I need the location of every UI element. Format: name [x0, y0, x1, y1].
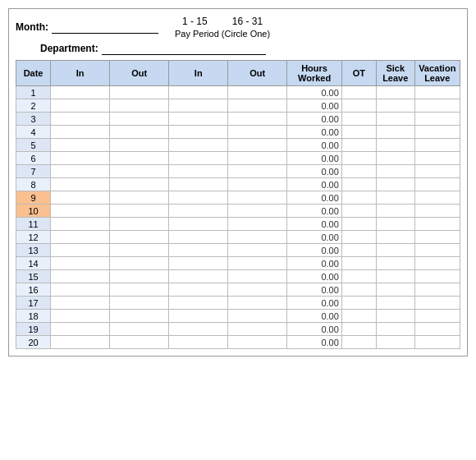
cell-vacation-leave[interactable]	[414, 113, 460, 126]
cell-ot[interactable]	[341, 113, 376, 126]
cell-vacation-leave[interactable]	[414, 218, 460, 231]
cell-in1[interactable]	[51, 218, 110, 231]
cell-vacation-leave[interactable]	[414, 165, 460, 178]
cell-vacation-leave[interactable]	[414, 191, 460, 205]
cell-vacation-leave[interactable]	[414, 231, 460, 244]
cell-in2[interactable]	[169, 297, 228, 310]
table-row[interactable]: 50.00	[16, 139, 460, 152]
cell-out1[interactable]	[110, 205, 169, 218]
cell-vacation-leave[interactable]	[414, 126, 460, 139]
cell-in1[interactable]	[51, 178, 110, 191]
cell-in2[interactable]	[169, 165, 228, 178]
cell-out2[interactable]	[228, 86, 287, 99]
cell-in2[interactable]	[169, 244, 228, 257]
cell-out2[interactable]	[228, 152, 287, 165]
cell-sick-leave[interactable]	[376, 139, 414, 152]
cell-out1[interactable]	[110, 297, 169, 310]
cell-sick-leave[interactable]	[376, 270, 414, 283]
cell-ot[interactable]	[341, 257, 376, 270]
table-row[interactable]: 190.00	[16, 323, 460, 336]
cell-in2[interactable]	[169, 152, 228, 165]
cell-vacation-leave[interactable]	[414, 297, 460, 310]
pay-period-option2[interactable]: 16 - 31	[232, 16, 263, 27]
cell-ot[interactable]	[341, 99, 376, 113]
cell-out2[interactable]	[228, 99, 287, 113]
cell-in2[interactable]	[169, 113, 228, 126]
cell-in2[interactable]	[169, 139, 228, 152]
cell-sick-leave[interactable]	[376, 99, 414, 113]
cell-in2[interactable]	[169, 323, 228, 336]
cell-sick-leave[interactable]	[376, 310, 414, 323]
cell-out1[interactable]	[110, 165, 169, 178]
cell-out2[interactable]	[228, 283, 287, 297]
table-row[interactable]: 60.00	[16, 152, 460, 165]
cell-vacation-leave[interactable]	[414, 99, 460, 113]
cell-out1[interactable]	[110, 99, 169, 113]
cell-out1[interactable]	[110, 139, 169, 152]
table-row[interactable]: 170.00	[16, 297, 460, 310]
cell-vacation-leave[interactable]	[414, 205, 460, 218]
cell-in2[interactable]	[169, 178, 228, 191]
dept-input[interactable]	[102, 42, 266, 55]
table-row[interactable]: 120.00	[16, 231, 460, 244]
cell-ot[interactable]	[341, 283, 376, 297]
table-row[interactable]: 100.00	[16, 205, 460, 218]
cell-vacation-leave[interactable]	[414, 283, 460, 297]
cell-in1[interactable]	[51, 152, 110, 165]
cell-out1[interactable]	[110, 152, 169, 165]
cell-ot[interactable]	[341, 310, 376, 323]
cell-vacation-leave[interactable]	[414, 139, 460, 152]
cell-in2[interactable]	[169, 336, 228, 349]
cell-out1[interactable]	[110, 231, 169, 244]
table-row[interactable]: 80.00	[16, 178, 460, 191]
table-row[interactable]: 70.00	[16, 165, 460, 178]
cell-out2[interactable]	[228, 257, 287, 270]
cell-ot[interactable]	[341, 270, 376, 283]
cell-vacation-leave[interactable]	[414, 178, 460, 191]
cell-ot[interactable]	[341, 191, 376, 205]
cell-sick-leave[interactable]	[376, 152, 414, 165]
cell-ot[interactable]	[341, 205, 376, 218]
cell-in2[interactable]	[169, 205, 228, 218]
cell-in1[interactable]	[51, 257, 110, 270]
table-row[interactable]: 10.00	[16, 86, 460, 99]
cell-out2[interactable]	[228, 113, 287, 126]
cell-ot[interactable]	[341, 244, 376, 257]
table-row[interactable]: 150.00	[16, 270, 460, 283]
cell-in2[interactable]	[169, 99, 228, 113]
cell-out2[interactable]	[228, 336, 287, 349]
cell-sick-leave[interactable]	[376, 244, 414, 257]
cell-out2[interactable]	[228, 205, 287, 218]
cell-vacation-leave[interactable]	[414, 310, 460, 323]
cell-in2[interactable]	[169, 231, 228, 244]
cell-in1[interactable]	[51, 310, 110, 323]
cell-ot[interactable]	[341, 152, 376, 165]
cell-out2[interactable]	[228, 270, 287, 283]
cell-ot[interactable]	[341, 165, 376, 178]
cell-out1[interactable]	[110, 270, 169, 283]
cell-in1[interactable]	[51, 270, 110, 283]
cell-out1[interactable]	[110, 283, 169, 297]
cell-ot[interactable]	[341, 178, 376, 191]
cell-out1[interactable]	[110, 191, 169, 205]
cell-in2[interactable]	[169, 257, 228, 270]
cell-in1[interactable]	[51, 86, 110, 99]
cell-sick-leave[interactable]	[376, 257, 414, 270]
table-row[interactable]: 40.00	[16, 126, 460, 139]
pay-period-option1[interactable]: 1 - 15	[182, 16, 208, 27]
cell-out2[interactable]	[228, 310, 287, 323]
cell-sick-leave[interactable]	[376, 191, 414, 205]
table-row[interactable]: 160.00	[16, 283, 460, 297]
cell-in2[interactable]	[169, 270, 228, 283]
cell-ot[interactable]	[341, 126, 376, 139]
cell-in2[interactable]	[169, 310, 228, 323]
cell-in2[interactable]	[169, 191, 228, 205]
cell-out1[interactable]	[110, 113, 169, 126]
cell-sick-leave[interactable]	[376, 113, 414, 126]
table-row[interactable]: 90.00	[16, 191, 460, 205]
table-row[interactable]: 180.00	[16, 310, 460, 323]
cell-out2[interactable]	[228, 244, 287, 257]
cell-out2[interactable]	[228, 178, 287, 191]
table-row[interactable]: 110.00	[16, 218, 460, 231]
cell-out1[interactable]	[110, 336, 169, 349]
